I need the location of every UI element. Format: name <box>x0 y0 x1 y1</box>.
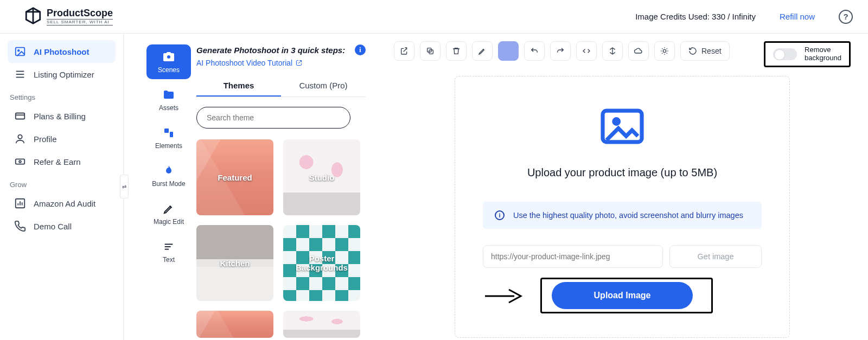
remove-background-toggle[interactable]: Removebackground <box>764 41 851 67</box>
sidebar-item-listing-optimizer[interactable]: Listing Optimizer <box>8 63 116 86</box>
svg-rect-5 <box>16 113 25 119</box>
sidebar-item-label: Refer & Earn <box>34 157 81 166</box>
svg-rect-8 <box>16 159 25 164</box>
panel-title: Generate Photoshoot in 3 quick steps: <box>196 46 345 55</box>
theme-card-studio[interactable]: Studio <box>283 139 360 215</box>
upload-note: i Use the highest quality photo, avoid s… <box>483 202 762 229</box>
camera-icon <box>162 50 176 64</box>
bar-chart-icon <box>14 197 26 209</box>
tutorial-link[interactable]: AI Photoshoot Video Tutorial <box>196 59 302 67</box>
delete-icon-button[interactable] <box>446 41 467 61</box>
sidebar-collapse-toggle[interactable]: ⇄ <box>120 175 129 198</box>
sidebar-item-label: Plans & Billing <box>34 112 86 121</box>
svg-point-1 <box>18 50 20 52</box>
sidebar-item-label: Profile <box>34 134 57 144</box>
sidebar-item-label: Amazon Ad Audit <box>34 199 95 208</box>
topbar: ProductScope SELL SMARTER, WITH AI Image… <box>0 0 868 34</box>
theme-card-poster-backgrounds[interactable]: Poster Backgrounds <box>283 225 360 301</box>
text-icon <box>162 240 176 254</box>
svg-rect-15 <box>164 129 169 133</box>
brand-logo[interactable]: ProductScope SELL SMARTER, WITH AI <box>24 7 113 27</box>
color-fill-button[interactable] <box>498 41 519 61</box>
svg-rect-0 <box>16 48 25 56</box>
image-url-input[interactable] <box>483 245 663 268</box>
phone-icon <box>14 220 26 232</box>
vtab-label: Elements <box>155 142 182 150</box>
vtab-label: Burst Mode <box>152 180 185 188</box>
theme-card-label: Featured <box>218 173 252 182</box>
svg-point-7 <box>18 135 22 139</box>
sidebar-item-label: Demo Call <box>34 222 72 231</box>
vtab-burst-mode[interactable]: Burst Mode <box>146 158 191 193</box>
help-icon[interactable]: ? <box>839 10 853 24</box>
folder-icon <box>162 88 176 102</box>
reset-button-label: Reset <box>701 47 722 55</box>
copy-icon-button[interactable] <box>420 41 441 61</box>
sidebar-item-refer-earn[interactable]: Refer & Earn <box>8 150 116 173</box>
undo-icon-button[interactable] <box>524 41 545 61</box>
edit-icon-button[interactable] <box>472 41 493 61</box>
vtab-magic-edit[interactable]: Magic Edit <box>146 196 191 231</box>
svg-point-22 <box>663 49 666 52</box>
info-icon: i <box>495 210 505 220</box>
svg-point-14 <box>167 55 170 59</box>
sidebar-item-plans-billing[interactable]: Plans & Billing <box>8 105 116 127</box>
vtab-elements[interactable]: Elements <box>146 120 191 155</box>
card-icon <box>14 110 26 122</box>
upload-note-text: Use the highest quality photo, avoid scr… <box>513 211 743 220</box>
svg-point-9 <box>19 161 21 163</box>
code-icon-button[interactable] <box>576 41 597 61</box>
upload-image-button[interactable]: Upload Image <box>552 282 693 309</box>
svg-rect-16 <box>170 132 173 137</box>
vtab-label: Assets <box>159 104 178 112</box>
sidebar-item-profile[interactable]: Profile <box>8 127 116 150</box>
logo-icon <box>24 7 42 27</box>
scenes-panel: Scenes Assets Elements Burst Mode Magic … <box>124 34 376 340</box>
sidebar-item-amazon-ad-audit[interactable]: Amazon Ad Audit <box>8 192 116 215</box>
refill-link[interactable]: Refill now <box>780 12 815 21</box>
info-icon[interactable]: i <box>355 44 366 55</box>
vtab-text[interactable]: Text <box>146 234 191 269</box>
vtab-scenes[interactable]: Scenes <box>146 44 191 79</box>
theme-card-label: Studio <box>309 173 335 182</box>
theme-card-more-2[interactable] <box>283 311 360 338</box>
get-image-button[interactable]: Get image <box>669 245 762 268</box>
sidebar-item-demo-call[interactable]: Demo Call <box>8 215 116 238</box>
export-icon-button[interactable] <box>394 41 414 61</box>
vtab-label: Magic Edit <box>154 218 184 226</box>
sidebar-item-label: Listing Optimizer <box>34 70 94 79</box>
theme-card-kitchen[interactable]: Kitchen <box>196 225 273 301</box>
sidebar-item-label: AI Photoshoot <box>34 47 89 56</box>
align-icon-button[interactable] <box>602 41 623 61</box>
brand-name: ProductScope <box>47 8 113 18</box>
redo-icon-button[interactable] <box>550 41 571 61</box>
sidebar-group-grow: Grow <box>8 173 116 192</box>
upload-title: Upload your product image (up to 5MB) <box>527 166 717 179</box>
image-icon <box>14 46 26 57</box>
toggle-icon <box>773 48 797 60</box>
user-icon <box>14 133 26 145</box>
brand-tagline: SELL SMARTER, WITH AI <box>47 19 113 25</box>
lines-icon <box>14 68 26 80</box>
flame-icon <box>162 164 176 178</box>
theme-card-label: Poster Backgrounds <box>283 254 360 272</box>
search-theme-input[interactable] <box>196 107 350 129</box>
vtab-label: Scenes <box>158 66 180 74</box>
tab-custom-pro[interactable]: Custom (Pro) <box>281 75 366 97</box>
reset-button[interactable]: Reset <box>680 41 730 61</box>
sidebar-group-settings: Settings <box>8 86 116 105</box>
pencil-icon <box>162 202 176 216</box>
tab-themes[interactable]: Themes <box>196 75 281 97</box>
theme-card-featured[interactable]: Featured <box>196 139 273 215</box>
upload-card: Upload your product image (up to 5MB) i … <box>455 76 790 338</box>
vtab-assets[interactable]: Assets <box>146 82 191 117</box>
sidebar-item-ai-photoshoot[interactable]: AI Photoshoot <box>8 40 116 63</box>
shapes-icon <box>162 126 176 140</box>
theme-card-more-1[interactable] <box>196 311 273 338</box>
brightness-icon-button[interactable] <box>654 41 675 61</box>
canvas-toolbar: Reset Removebackground <box>394 41 851 67</box>
svg-point-24 <box>614 119 619 124</box>
theme-card-label: Kitchen <box>220 259 250 268</box>
sidebar: AI Photoshoot Listing Optimizer Settings… <box>0 34 124 340</box>
cloud-icon-button[interactable] <box>628 41 649 61</box>
